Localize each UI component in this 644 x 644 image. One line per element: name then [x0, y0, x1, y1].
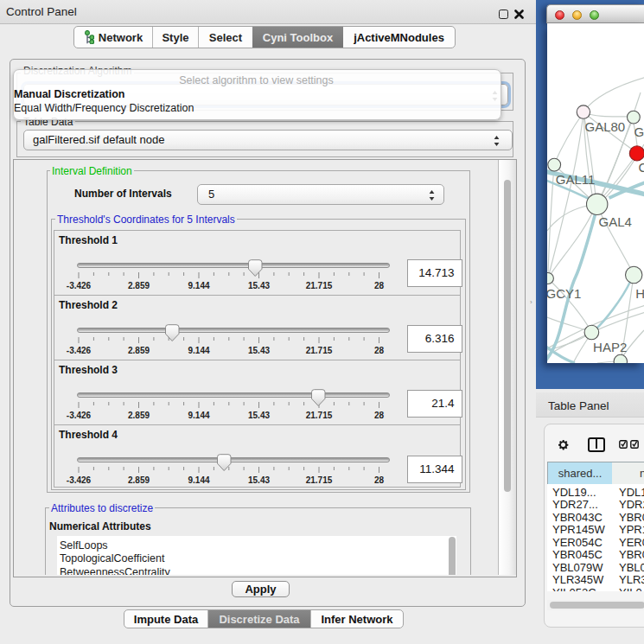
- svg-text:GAL: GAL: [634, 124, 644, 139]
- svg-text:GAL4: GAL4: [599, 214, 632, 229]
- svg-text:HIS: HIS: [635, 286, 644, 301]
- svg-text:HAP2: HAP2: [593, 340, 627, 354]
- svg-text:CYC: CYC: [639, 160, 644, 175]
- svg-text:GAL80: GAL80: [585, 119, 626, 134]
- svg-text:GCY1: GCY1: [547, 286, 581, 301]
- svg-text:GAL11: GAL11: [556, 172, 596, 187]
